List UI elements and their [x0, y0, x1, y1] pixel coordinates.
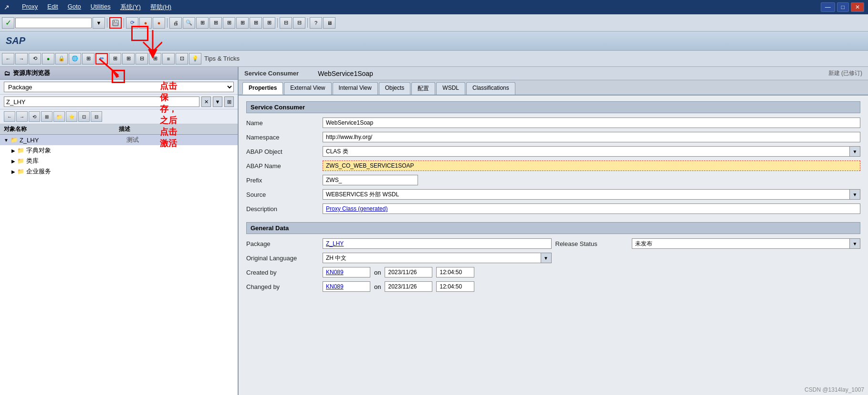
chevron-icon-dict[interactable]: ▶: [11, 148, 15, 153]
back-button[interactable]: ●: [139, 17, 152, 29]
name-input[interactable]: [323, 117, 860, 128]
dropdown-arrow-button[interactable]: ▼: [93, 17, 105, 29]
menu-proxy[interactable]: Proxy: [17, 1, 42, 13]
abap-name-input[interactable]: [323, 160, 860, 171]
monitor-button[interactable]: 🖥: [323, 17, 335, 29]
find-button[interactable]: 🔍: [183, 17, 195, 29]
search-dropdown-button[interactable]: ▼: [213, 96, 222, 107]
changed-time-input[interactable]: [436, 281, 474, 292]
menu-utilities[interactable]: Utilities: [86, 1, 115, 13]
menu-goto[interactable]: Goto: [63, 1, 86, 13]
tab-internal-view[interactable]: Internal View: [333, 82, 378, 95]
tab-wsdl[interactable]: WSDL: [436, 82, 465, 95]
tree-btn6[interactable]: ⭐: [66, 111, 77, 122]
orig-lang-dropdown-btn[interactable]: ▼: [541, 253, 552, 263]
tab-objects[interactable]: Objects: [379, 82, 411, 95]
tree-item-zlhy[interactable]: ▼ 📁 Z_LHY 测试: [0, 135, 238, 145]
edit-pencil-button[interactable]: ✏: [95, 53, 108, 64]
tree-btn8[interactable]: ⊟: [91, 111, 102, 122]
nav-btn10[interactable]: ⊞: [122, 53, 135, 64]
created-date-input[interactable]: [385, 267, 432, 278]
changed-by-link[interactable]: KN089: [323, 281, 370, 292]
tab-classifications[interactable]: Classifications: [466, 82, 515, 95]
green-check-button[interactable]: ✓: [2, 17, 14, 29]
tree-forward-btn[interactable]: →: [16, 111, 28, 122]
tab-config[interactable]: 配置: [411, 82, 435, 95]
prefix-container: [323, 175, 860, 185]
close-button[interactable]: ✕: [851, 2, 864, 12]
release-status-input[interactable]: [632, 238, 850, 249]
forward-nav-button[interactable]: →: [15, 53, 28, 64]
toolbar-btn9[interactable]: ⊞: [250, 17, 262, 29]
namespace-input[interactable]: [323, 132, 860, 142]
source-input[interactable]: [323, 189, 850, 200]
refresh-button[interactable]: ⟳: [126, 17, 138, 29]
tree-item-class[interactable]: ▶ 📁 类库: [0, 156, 238, 166]
exit-button[interactable]: ●: [153, 17, 165, 29]
layout-btn2[interactable]: ⊟: [293, 17, 305, 29]
tree-item-label: Z_LHY: [20, 137, 127, 144]
abap-object-input[interactable]: [323, 146, 850, 157]
toolbar-btn10[interactable]: ⊞: [263, 17, 275, 29]
changed-date-input[interactable]: [385, 281, 432, 292]
menu-help[interactable]: 帮助(H): [146, 1, 176, 13]
toolbar-btn6[interactable]: ⊞: [209, 17, 222, 29]
created-by-link[interactable]: KN089: [323, 267, 370, 278]
minimize-button[interactable]: —: [821, 2, 835, 12]
nav-btn14[interactable]: ⊡: [176, 53, 188, 64]
tree-item-dict[interactable]: ▶ 📁 字典对象: [0, 145, 238, 156]
help-button[interactable]: ?: [310, 17, 322, 29]
package-dropdown[interactable]: Package: [4, 82, 234, 92]
nav-btn5[interactable]: 🔒: [55, 53, 68, 64]
nav-btn4[interactable]: ●: [42, 53, 54, 64]
command-input[interactable]: [15, 18, 92, 28]
menu-system[interactable]: 系统(Y): [115, 1, 146, 13]
nav-btn13[interactable]: ≡: [162, 53, 175, 64]
nav-btn3[interactable]: ⟲: [29, 53, 41, 64]
created-time-input[interactable]: [436, 267, 474, 278]
maximize-button[interactable]: □: [837, 2, 849, 12]
package-section: Package Z_LHY Original Language ▼ Cre: [246, 238, 552, 295]
tips-icon[interactable]: 💡: [189, 53, 201, 64]
search-go-button[interactable]: ⊞: [224, 96, 234, 107]
source-dropdown-btn[interactable]: ▼: [850, 189, 860, 200]
package-label: Package: [246, 240, 323, 247]
clear-search-button[interactable]: ✕: [201, 96, 211, 107]
nav-btn9[interactable]: ⊞: [109, 53, 121, 64]
tree-item-service[interactable]: ▶ 📁 企业服务: [0, 166, 238, 177]
layout-btn1[interactable]: ⊟: [280, 17, 292, 29]
orig-lang-input[interactable]: [323, 253, 541, 263]
nav-btn11[interactable]: ⊟: [136, 53, 148, 64]
menu-edit[interactable]: Edit: [42, 1, 63, 13]
abap-object-dropdown-btn[interactable]: ▼: [850, 146, 860, 157]
chevron-icon-class[interactable]: ▶: [11, 159, 15, 164]
toolbar-btn5[interactable]: ⊞: [196, 17, 209, 29]
tab-properties[interactable]: Properties: [242, 82, 283, 95]
release-status-dropdown-btn[interactable]: ▼: [850, 238, 860, 249]
prefix-input[interactable]: [323, 175, 418, 185]
package-link[interactable]: Z_LHY: [323, 238, 552, 249]
search-input[interactable]: [4, 96, 199, 107]
nav-btn6[interactable]: 🌐: [69, 53, 81, 64]
print-button[interactable]: 🖨: [169, 17, 182, 29]
chevron-icon-service[interactable]: ▶: [11, 169, 15, 174]
separator1: [107, 18, 107, 28]
field-description-row: Description Proxy Class (generated): [246, 203, 860, 214]
nav-btn7[interactable]: ⊞: [82, 53, 94, 64]
back-nav-button[interactable]: ←: [2, 53, 14, 64]
top-menu-bar: ↗ Proxy Edit Goto Utilities 系统(Y) 帮助(H) …: [0, 0, 868, 14]
tree-btn7[interactable]: ⊡: [78, 111, 90, 122]
tree-btn5[interactable]: 📁: [53, 111, 65, 122]
description-container: Proxy Class (generated): [323, 203, 860, 214]
chevron-icon[interactable]: ▼: [4, 138, 9, 143]
nav-btn12[interactable]: ⊞: [149, 53, 161, 64]
tree-back-btn[interactable]: ←: [4, 111, 15, 122]
toolbar-btn7[interactable]: ⊞: [223, 17, 235, 29]
tab-external-view[interactable]: External View: [284, 82, 331, 95]
tree-refresh-btn[interactable]: ⟲: [29, 111, 40, 122]
description-link[interactable]: Proxy Class (generated): [323, 203, 860, 214]
toolbar-btn8[interactable]: ⊞: [236, 17, 249, 29]
tree-expand-btn[interactable]: ⊞: [41, 111, 52, 122]
created-by-container: KN089 on: [323, 267, 552, 278]
save-button[interactable]: [109, 17, 122, 29]
